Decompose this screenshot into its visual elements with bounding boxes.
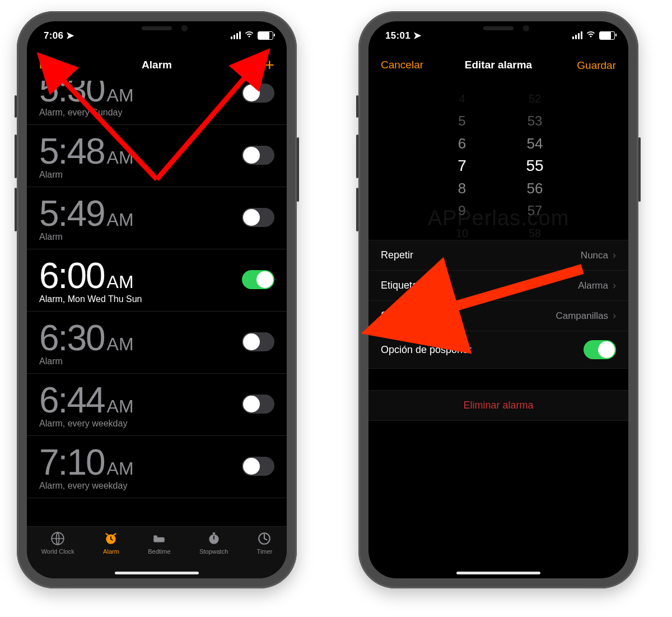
snooze-toggle[interactable] [584,340,616,359]
alarm-toggle[interactable] [242,332,274,351]
volume-down [356,188,358,231]
setting-repeat[interactable]: Repetir Nunca› [368,240,628,271]
notch [98,21,216,38]
nav-title: Editar alarma [465,59,532,71]
alarm-ampm: AM [107,458,134,479]
alarm-toggle[interactable] [242,270,274,289]
picker-value[interactable]: 52 [512,87,557,110]
status-time: 15:01 [385,30,410,41]
chevron-right-icon: › [613,280,616,291]
alarm-toggle[interactable] [242,83,274,103]
cancel-button[interactable]: Cancelar [381,59,423,71]
setting-label: Sonido [381,310,412,322]
picker-value[interactable]: 6 [440,132,484,155]
alarm-ampm: AM [107,272,134,293]
picker-value[interactable]: 5 [440,110,484,132]
nav-bar: Edit Alarm + [27,49,287,81]
picker-value[interactable]: 55 [512,155,557,177]
hour-column[interactable]: 45678910 [440,87,484,233]
battery-icon [258,31,273,40]
alarm-time: 5:48 [39,131,105,172]
picker-value[interactable]: 57 [512,200,557,222]
volume-up [15,134,17,178]
home-indicator[interactable] [115,572,199,574]
chevron-right-icon: › [613,249,616,261]
setting-label: Opción de posponer [381,344,472,356]
alarm-icon [104,531,118,546]
alarm-toggle[interactable] [242,146,274,165]
picker-value[interactable]: 53 [512,110,557,132]
alarm-ampm: AM [107,147,134,168]
picker-value[interactable]: 7 [440,155,484,177]
alarm-row[interactable]: 6:00AM Alarm, Mon Wed Thu Sun [27,249,287,312]
alarm-sub: Alarm [39,356,134,367]
tab-stopwatch[interactable]: Stopwatch [199,531,228,578]
svg-rect-5 [212,532,214,534]
picker-value[interactable]: 8 [440,177,484,200]
location-icon: ➤ [413,30,421,41]
power-button [638,137,641,202]
alarm-time: 6:00 [39,255,105,296]
alarm-ampm: AM [107,396,134,417]
alarm-row[interactable]: 5:49AM Alarm [27,187,287,249]
alarm-sub: Alarm, every weekday [39,481,134,491]
alarm-toggle[interactable] [242,208,274,227]
tab-world-clock[interactable]: World Clock [41,531,74,578]
mute-switch [15,95,17,118]
battery-icon [599,31,615,40]
minute-column[interactable]: 52535455565758 [512,87,557,233]
tab-timer[interactable]: Timer [257,531,273,578]
delete-alarm-button[interactable]: Eliminar alarma [368,390,628,421]
setting-etiqueta[interactable]: Etiqueta Alarma› [368,271,628,301]
bedtime-icon [152,531,166,546]
svg-rect-3 [154,536,158,538]
svg-rect-2 [154,537,165,542]
wifi-icon [244,30,254,40]
save-button[interactable]: Guardar [577,60,616,71]
alarm-row[interactable]: 6:30AM Alarm [27,312,287,374]
add-alarm-button[interactable]: + [264,57,274,73]
phone-left: 7:06 ➤ Edit Alarm + 5:30AM Alarm, every … [17,11,297,588]
alarm-settings: Repetir Nunca› Etiqueta Alarma› Sonido C… [368,240,628,421]
edit-button[interactable]: Edit [39,59,58,71]
setting-label: Repetir [381,249,413,261]
alarm-sub: Alarm [39,232,134,242]
alarm-row[interactable]: 5:48AM Alarm [27,125,287,187]
alarm-sub: Alarm, every weekday [39,419,134,429]
nav-bar: Cancelar Editar alarma Guardar [368,49,628,81]
tab-label: Stopwatch [199,548,228,555]
picker-value[interactable]: 54 [512,132,557,155]
tab-label: World Clock [41,548,74,555]
alarm-ampm: AM [107,210,134,230]
stopwatch-icon [207,531,221,546]
location-icon: ➤ [66,30,74,41]
home-indicator[interactable] [456,572,540,574]
power-button [297,137,299,202]
setting-sonido[interactable]: Sonido Campanillas› [368,301,628,331]
alarm-list[interactable]: 5:30AM Alarm, every Sunday 5:48AM Alarm … [27,81,287,531]
tab-label: Timer [257,548,273,555]
alarm-toggle[interactable] [242,395,274,414]
setting-value: Nunca [581,250,608,261]
picker-value[interactable]: 56 [512,177,557,200]
alarm-row[interactable]: 7:10AM Alarm, every weekday [27,436,287,498]
picker-value[interactable]: 9 [440,200,484,222]
picker-value[interactable]: 4 [440,87,484,110]
chevron-right-icon: › [613,310,616,322]
wifi-icon [586,30,596,40]
alarm-row[interactable]: 6:44AM Alarm, every weekday [27,374,287,436]
tab-label: Bedtime [148,548,170,555]
alarm-toggle[interactable] [242,457,274,476]
mute-switch [356,95,358,118]
setting-snooze[interactable]: Opción de posponer [368,331,628,369]
alarm-time: 5:30 [39,81,105,110]
phone-right: 15:01 ➤ Cancelar Editar alarma Guardar 4… [358,11,638,588]
setting-value: Campanillas [556,310,608,322]
time-picker[interactable]: 45678910 52535455565758 [368,87,628,233]
alarm-sub: Alarm, every Sunday [39,108,134,118]
alarm-row[interactable]: 5:30AM Alarm, every Sunday [27,81,287,125]
screen-right: 15:01 ➤ Cancelar Editar alarma Guardar 4… [368,21,628,578]
setting-label: Etiqueta [381,280,418,291]
screen-left: 7:06 ➤ Edit Alarm + 5:30AM Alarm, every … [27,21,287,578]
globe-icon [50,531,65,546]
